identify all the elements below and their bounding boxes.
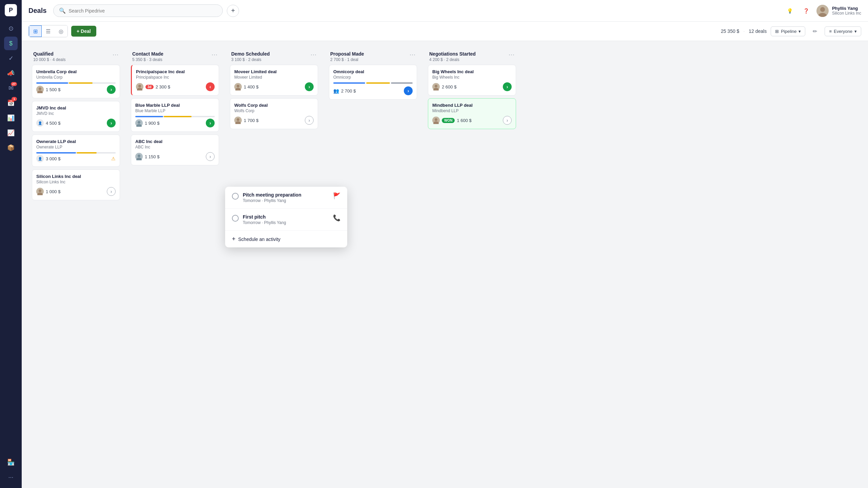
card-mindbend[interactable]: Mindbend LLP deal Mindbend LLP WON 1 600… [428, 98, 516, 129]
nav-arrow[interactable]: ‹ [206, 82, 215, 91]
sidebar-item-marketplace[interactable]: 🏪 [4, 455, 18, 469]
calendar-badge: 1 [12, 97, 17, 101]
pipeline-dropdown[interactable]: ⊞ Pipeline ▾ [771, 26, 805, 36]
card-title: Big Wheels Inc deal [432, 69, 512, 74]
card-avatar-row: 👤 4 500 $ [36, 119, 60, 127]
card-umbrella[interactable]: Umbrella Corp deal Umbrella Corp 1 500 $ [32, 65, 120, 98]
column-contact-made: Contact Made 5 350 $ · 3 deals ··· Princ… [127, 46, 222, 169]
card-avatar [135, 119, 143, 127]
activity-radio[interactable] [232, 193, 239, 200]
add-icon: + [232, 236, 236, 243]
nav-arrow[interactable]: › [107, 85, 116, 94]
toolbar-right: 25 350 $ · 12 deals ⊞ Pipeline ▾ ✏ ≡ Eve… [721, 26, 861, 37]
filter-chevron: ▾ [854, 29, 857, 34]
sidebar-item-reports[interactable]: 📊 [4, 111, 18, 125]
sidebar-item-tasks[interactable]: ✓ [4, 52, 18, 65]
card-jmvd[interactable]: JMVD Inc deal JMVD Inc 👤 4 500 $ › [32, 101, 120, 132]
pipeline-icon: ⊞ [775, 29, 779, 34]
sidebar-item-analytics[interactable]: 📈 [4, 126, 18, 140]
col-menu[interactable]: ··· [509, 51, 515, 58]
card-title: Blue Marble LLP deal [135, 103, 215, 108]
nav-arrow[interactable]: › [206, 119, 215, 127]
card-ownerate[interactable]: Ownerate LLP deal Ownerate LLP 👤 3 000 $… [32, 135, 120, 167]
filter-icon: ≡ [829, 29, 832, 34]
card-title: Silicon Links Inc deal [36, 174, 116, 179]
card-abc-inc[interactable]: ABC Inc deal ABC Inc 1 150 $ › [131, 135, 219, 165]
schedule-activity-button[interactable]: + Schedule an activity [225, 231, 347, 247]
col-menu[interactable]: ··· [212, 51, 218, 58]
column-proposal-made: Proposal Made 2 700 $ · 1 deal ··· Omnic… [326, 46, 420, 103]
list-view-button[interactable]: ☰ [42, 25, 55, 37]
nav-arrow[interactable]: › [305, 82, 314, 91]
card-avatar [432, 83, 440, 90]
filter-label: Everyone [834, 29, 852, 34]
user-profile[interactable]: Phyllis Yang Silicon Links Inc [816, 5, 861, 17]
card-company: Mindbend LLP [432, 108, 512, 113]
view-toggle: ⊞ ☰ ◎ [28, 25, 68, 37]
kanban-view-button[interactable]: ⊞ [29, 25, 42, 37]
svg-point-19 [237, 85, 239, 87]
search-bar[interactable]: 🔍 [53, 4, 223, 17]
nav-arrow[interactable]: › [503, 116, 512, 125]
card-footer: 1 400 $ › [234, 82, 314, 91]
col-menu[interactable]: ··· [410, 51, 416, 58]
card-company: Omnicorp [333, 75, 413, 80]
card-amount: 2 700 $ [341, 88, 356, 94]
add-deal-button[interactable]: + Deal [71, 26, 96, 37]
nav-arrow[interactable]: › [107, 119, 116, 127]
sidebar-item-home[interactable]: ⊙ [4, 22, 18, 35]
sidebar-item-products[interactable]: 📦 [4, 141, 18, 155]
pipeline-chevron: ▾ [798, 29, 801, 34]
activity-title: Pitch meeting preparation [243, 192, 329, 198]
edit-pipeline-button[interactable]: ✏ [809, 26, 821, 37]
activity-item-pitch[interactable]: Pitch meeting preparation Tomorrow · Phy… [225, 187, 347, 209]
nav-arrow[interactable]: › [503, 82, 512, 91]
nav-arrow[interactable]: › [107, 187, 116, 196]
svg-point-16 [138, 155, 140, 157]
col-stats-qualified: 10 000 $ · 4 deals [33, 57, 65, 62]
card-avatar-row: WON 1 600 $ [432, 117, 472, 124]
app-logo[interactable]: P [5, 4, 17, 16]
toolbar: ⊞ ☰ ◎ + Deal 25 350 $ · 12 deals ⊞ Pipel… [22, 22, 868, 41]
nav-arrow[interactable]: › [206, 152, 215, 161]
proposal-progress [333, 82, 413, 84]
card-amount: 2 300 $ [156, 84, 170, 89]
bulb-icon-button[interactable]: 💡 [784, 5, 796, 17]
nav-arrow[interactable]: › [404, 86, 413, 95]
col-menu[interactable]: ··· [311, 51, 317, 58]
card-avatar-row: 3d 2 300 $ [136, 83, 170, 90]
activity-radio[interactable] [232, 215, 239, 222]
progress-bar [135, 116, 215, 117]
sidebar-item-marketing[interactable]: 📣 [4, 66, 18, 80]
search-input[interactable] [68, 8, 217, 14]
col-menu-qualified[interactable]: ··· [113, 51, 119, 58]
sidebar-item-deals[interactable]: $ [4, 37, 18, 50]
card-avatar [36, 86, 44, 93]
sidebar-item-calendar[interactable]: 📅 1 [4, 96, 18, 110]
card-wolfs[interactable]: Wolfs Corp deal Wolfs Corp 1 700 $ › [230, 98, 318, 129]
schedule-activity-label: Schedule an activity [238, 237, 281, 242]
nav-arrow[interactable]: › [305, 116, 314, 125]
card-amount: 1 400 $ [244, 84, 258, 89]
add-deal-plus-button[interactable]: + [227, 5, 239, 17]
activity-text: Pitch meeting preparation Tomorrow · Phy… [243, 192, 329, 203]
help-icon-button[interactable]: ❓ [800, 5, 812, 17]
filter-dropdown[interactable]: ≡ Everyone ▾ [825, 26, 861, 36]
sidebar-item-more[interactable]: ··· [4, 470, 18, 484]
card-omnicorp[interactable]: Omnicorp deal Omnicorp 👥 2 700 $ › [329, 65, 417, 100]
sidebar-item-mail[interactable]: ✉ 27 [4, 81, 18, 95]
card-big-wheels[interactable]: Big Wheels Inc deal Big Wheels Inc 2 600… [428, 65, 516, 96]
card-moveer[interactable]: Moveer Limited deal Moveer Limited 1 400… [230, 65, 318, 96]
phone-icon: 📞 [333, 214, 340, 222]
mail-badge: 27 [11, 82, 17, 86]
col-stats: 5 350 $ · 3 deals [132, 57, 163, 62]
col-cards-qualified: Umbrella Corp deal Umbrella Corp 1 500 $ [28, 65, 123, 204]
activity-text: First pitch Tomorrow · Phyllis Yang [243, 214, 329, 225]
card-avatar-row: 1 900 $ [135, 119, 159, 127]
card-silicon-links[interactable]: Silicon Links Inc deal Silicon Links Inc… [32, 169, 120, 200]
card-blue-marble[interactable]: Blue Marble LLP deal Blue Marble LLP 1 9… [131, 98, 219, 132]
card-principalspace[interactable]: Principalspace Inc deal Principalspace I… [131, 65, 219, 96]
card-avatar-row: 👥 2 700 $ [333, 88, 356, 94]
activity-item-firstpitch[interactable]: First pitch Tomorrow · Phyllis Yang 📞 [225, 209, 347, 231]
stats-view-button[interactable]: ◎ [55, 25, 67, 37]
